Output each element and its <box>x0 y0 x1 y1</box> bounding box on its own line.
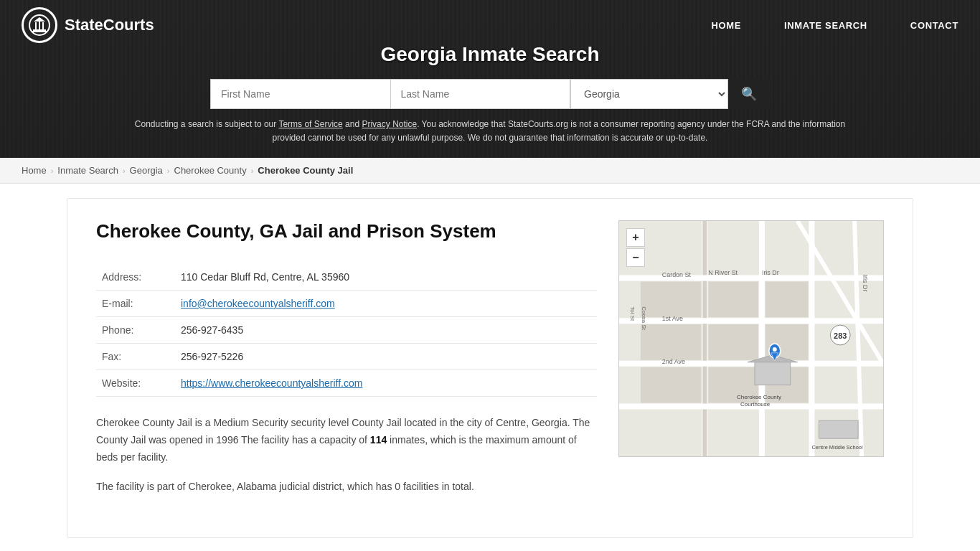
breadcrumb-home[interactable]: Home <box>22 165 47 176</box>
nav-inmate-search[interactable]: INMATE SEARCH <box>763 0 889 51</box>
website-value: https://www.cherokeecountyalsheriff.com <box>175 370 597 397</box>
phone-value: 256-927-6435 <box>175 317 597 344</box>
svg-marker-6 <box>34 17 45 22</box>
svg-text:Tol St: Tol St <box>629 306 636 321</box>
svg-rect-37 <box>755 360 791 385</box>
top-navigation: HOME INMATE SEARCH CONTACT <box>689 0 980 51</box>
svg-text:Coosa St: Coosa St <box>641 306 647 330</box>
first-name-input[interactable] <box>210 79 390 109</box>
breadcrumb: Home › Inmate Search › Georgia › Cheroke… <box>0 158 980 184</box>
breadcrumb-sep-4: › <box>251 166 254 175</box>
svg-rect-41 <box>819 420 858 438</box>
svg-text:283: 283 <box>834 331 847 340</box>
logo-area: StateCourts <box>22 7 154 43</box>
svg-rect-2 <box>32 31 47 32</box>
breadcrumb-sep-3: › <box>167 166 170 175</box>
facility-description-2: The facility is part of Cherokee, Alabam… <box>96 479 597 496</box>
facility-details-table: Address: 110 Cedar Bluff Rd, Centre, AL … <box>96 264 597 397</box>
breadcrumb-county[interactable]: Cherokee County <box>174 165 247 176</box>
facility-info: Cherokee County, GA Jail and Prison Syst… <box>96 220 597 509</box>
svg-rect-1 <box>33 29 46 31</box>
header: StateCourts HOME INMATE SEARCH CONTACT G… <box>0 0 980 158</box>
svg-text:Centre Middle School: Centre Middle School <box>811 444 862 451</box>
svg-rect-18 <box>708 281 758 317</box>
website-link[interactable]: https://www.cherokeecountyalsheriff.com <box>181 377 362 389</box>
svg-rect-4 <box>35 22 37 29</box>
breadcrumb-inmate-search[interactable]: Inmate Search <box>57 165 118 176</box>
svg-text:Iris Dr: Iris Dr <box>862 275 869 292</box>
search-button[interactable]: 🔍 <box>728 79 770 109</box>
address-row: Address: 110 Cedar Bluff Rd, Centre, AL … <box>96 264 597 291</box>
svg-rect-5 <box>42 22 44 29</box>
svg-text:Iris Dr: Iris Dr <box>762 269 779 276</box>
svg-text:Cardon St: Cardon St <box>662 271 692 278</box>
fax-label: Fax: <box>96 344 175 370</box>
map-area: + − <box>618 220 884 457</box>
address-value: 110 Cedar Bluff Rd, Centre, AL 35960 <box>175 264 597 291</box>
map-svg: 283 N River St Iris Dr Iris Dr Cardon St… <box>619 221 883 456</box>
content-layout: Cherokee County, GA Jail and Prison Syst… <box>96 220 884 509</box>
phone-label: Phone: <box>96 317 175 344</box>
page-title: Georgia Inmate Search <box>380 43 599 66</box>
svg-text:Cherokee County: Cherokee County <box>737 394 781 400</box>
facility-description-1: Cherokee County Jail is a Medium Securit… <box>96 415 597 466</box>
svg-point-45 <box>773 347 777 352</box>
email-value: info@cherokeecountyalsheriff.com <box>175 291 597 317</box>
email-link[interactable]: info@cherokeecountyalsheriff.com <box>181 298 335 309</box>
breadcrumb-current: Cherokee County Jail <box>258 165 353 176</box>
map-zoom-in-button[interactable]: + <box>626 228 645 247</box>
main-content: Cherokee County, GA Jail and Prison Syst… <box>67 198 913 538</box>
svg-text:Courthouse: Courthouse <box>740 401 771 408</box>
nav-home[interactable]: HOME <box>689 0 763 51</box>
breadcrumb-sep-1: › <box>51 166 54 175</box>
email-row: E-mail: info@cherokeecountyalsheriff.com <box>96 291 597 317</box>
site-name: StateCourts <box>65 16 154 34</box>
svg-text:N River St: N River St <box>708 269 738 276</box>
svg-text:1st Ave: 1st Ave <box>662 315 683 322</box>
map-zoom-out-button[interactable]: − <box>626 248 645 267</box>
privacy-link[interactable]: Privacy Notice <box>362 119 417 129</box>
facility-title: Cherokee County, GA Jail and Prison Syst… <box>96 220 597 242</box>
website-row: Website: https://www.cherokeecountyalshe… <box>96 370 597 397</box>
capacity-value: 114 <box>370 434 387 446</box>
svg-rect-19 <box>708 324 758 360</box>
fax-value: 256-927-5226 <box>175 344 597 370</box>
breadcrumb-state[interactable]: Georgia <box>130 165 163 176</box>
address-label: Address: <box>96 264 175 291</box>
state-select[interactable]: Select State AlabamaAlaskaArizona Arkans… <box>570 79 728 109</box>
breadcrumb-sep-2: › <box>123 166 126 175</box>
fax-row: Fax: 256-927-5226 <box>96 344 597 370</box>
map-controls: + − <box>626 228 645 267</box>
logo-icon <box>22 7 57 43</box>
terms-link[interactable]: Terms of Service <box>278 119 342 129</box>
search-icon: 🔍 <box>741 86 757 102</box>
svg-rect-20 <box>765 281 809 317</box>
svg-text:2nd Ave: 2nd Ave <box>662 358 685 365</box>
website-label: Website: <box>96 370 175 397</box>
disclaimer-text: Conducting a search is subject to our Te… <box>131 118 849 145</box>
svg-rect-24 <box>641 281 701 317</box>
last-name-input[interactable] <box>390 79 571 109</box>
email-label: E-mail: <box>96 291 175 317</box>
svg-rect-25 <box>641 324 701 360</box>
phone-row: Phone: 256-927-6435 <box>96 317 597 344</box>
search-bar: Select State AlabamaAlaskaArizona Arkans… <box>210 79 770 109</box>
svg-rect-26 <box>641 367 701 403</box>
nav-contact[interactable]: CONTACT <box>889 0 980 51</box>
